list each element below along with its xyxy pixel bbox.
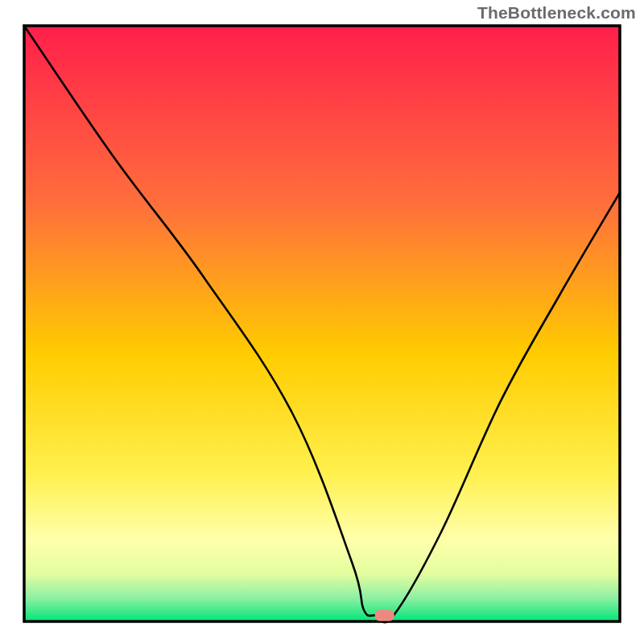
optimal-marker: [375, 610, 394, 621]
plot-background: [24, 26, 620, 621]
chart-svg: [0, 0, 644, 644]
attribution-text: TheBottleneck.com: [477, 3, 636, 23]
bottleneck-chart: TheBottleneck.com: [0, 0, 644, 644]
